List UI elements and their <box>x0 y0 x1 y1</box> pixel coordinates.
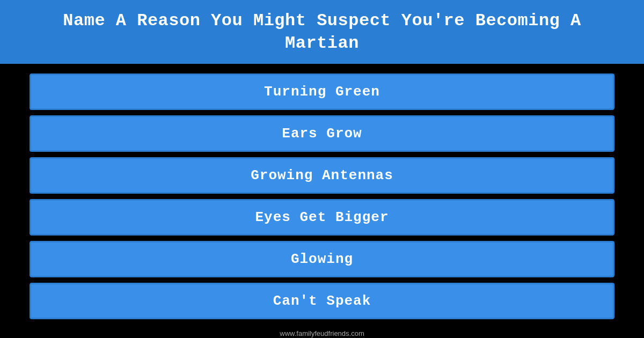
footer-url: www.familyfeudfriends.com <box>280 329 364 337</box>
footer-section: www.familyfeudfriends.com <box>0 329 644 338</box>
header-section: Name A Reason You Might Suspect You're B… <box>0 0 644 64</box>
answer-label: Growing Antennas <box>251 167 393 183</box>
answer-label: Turning Green <box>264 84 380 100</box>
answer-label: Eyes Get Bigger <box>255 209 389 225</box>
answer-row: Eyes Get Bigger <box>30 199 614 236</box>
answers-section: Turning GreenEars GrowGrowing AntennasEy… <box>0 64 644 325</box>
answer-row: Turning Green <box>30 74 614 110</box>
answer-label: Glowing <box>291 251 353 267</box>
answer-row: Growing Antennas <box>30 157 614 194</box>
answer-row: Glowing <box>30 241 614 277</box>
answer-label: Ears Grow <box>282 126 362 142</box>
question-title: Name A Reason You Might Suspect You're B… <box>21 10 623 54</box>
answer-row: Ears Grow <box>30 115 614 152</box>
answer-row: Can't Speak <box>30 283 614 319</box>
answer-label: Can't Speak <box>273 293 371 309</box>
